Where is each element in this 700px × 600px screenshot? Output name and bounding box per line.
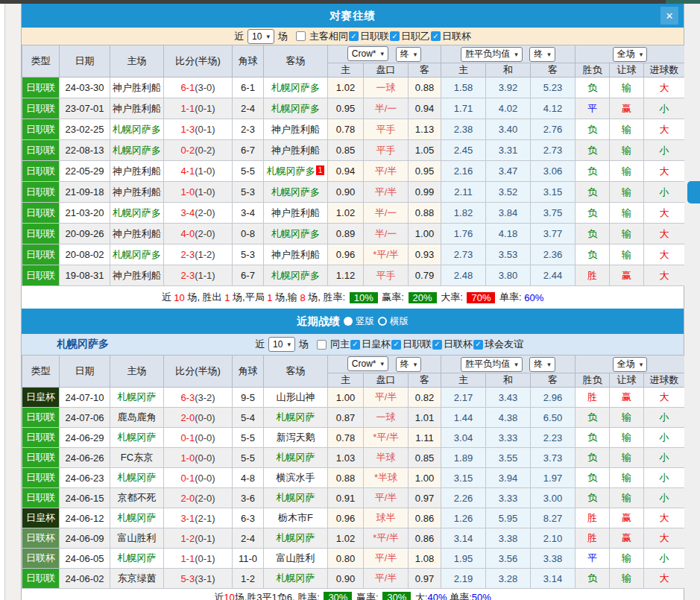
summary-segment: 60% bbox=[524, 292, 543, 303]
match-date: 24-06-05 bbox=[60, 549, 110, 569]
match-count-select[interactable]: 10 bbox=[247, 29, 274, 44]
result-goals: 小 bbox=[644, 549, 685, 569]
team-name[interactable]: 神户胜利船 bbox=[271, 249, 320, 260]
recent-match-count-value: 10 bbox=[273, 339, 283, 350]
team-name[interactable]: 札幌冈萨 bbox=[277, 452, 315, 463]
odds-source-select[interactable]: Crow* bbox=[347, 356, 388, 371]
left-gutter bbox=[0, 4, 21, 600]
result-goals: 大 bbox=[644, 569, 685, 589]
filter-checkbox[interactable]: 日联杯 bbox=[431, 30, 471, 43]
filter-checkbox[interactable]: 日职乙 bbox=[390, 30, 430, 43]
team-name[interactable]: 鹿岛鹿角 bbox=[118, 411, 157, 423]
team-name[interactable]: 札幌冈萨 bbox=[277, 572, 315, 584]
odds-stage-select[interactable]: 终 bbox=[396, 47, 422, 62]
competition-badge: 日职联 bbox=[22, 265, 60, 286]
competition-badge: 日联杯 bbox=[22, 528, 60, 549]
team-name[interactable]: 札幌冈萨 bbox=[277, 492, 315, 503]
radio-unselected-icon[interactable] bbox=[378, 317, 387, 326]
team-name[interactable]: 京都不死 bbox=[118, 492, 157, 503]
checkbox-icon[interactable] bbox=[296, 31, 306, 41]
avg-draw-odds: 3.40 bbox=[486, 119, 531, 140]
layout-radio-horizontal[interactable]: 横版 bbox=[378, 315, 409, 328]
avg-home-odds: 2.16 bbox=[441, 161, 486, 182]
score-cell: 3-1(2-1) bbox=[164, 508, 233, 528]
filter-checkbox[interactable]: 日职联 bbox=[391, 338, 432, 351]
team-name[interactable]: 富山胜利 bbox=[277, 552, 315, 563]
avg-stage-select[interactable]: 终 bbox=[529, 47, 555, 62]
avg-odds-controls: 胜平负均值 终 bbox=[441, 45, 576, 63]
scope-select[interactable]: 全场 bbox=[613, 357, 648, 372]
team-name[interactable]: 神户胜利船 bbox=[113, 103, 161, 114]
team-name[interactable]: 札幌冈萨 bbox=[277, 411, 315, 423]
match-row: 日职联22-05-29神户胜利船4-1(1-0)5-5札幌冈萨多10.94平/半… bbox=[22, 161, 685, 182]
handicap-line: 一球 bbox=[364, 78, 409, 98]
checkbox-icon[interactable] bbox=[431, 31, 441, 41]
team-name[interactable]: 札幌冈萨 bbox=[118, 472, 157, 483]
summary-segment: 50% bbox=[472, 592, 491, 600]
summary-segment: 赢率: bbox=[353, 591, 381, 600]
team-name[interactable]: 栃木市F bbox=[278, 512, 313, 523]
filter-checkbox[interactable]: 同主 bbox=[317, 338, 350, 351]
team-name[interactable]: 新泻天鹅 bbox=[277, 432, 315, 443]
team-name[interactable]: 札幌冈萨 bbox=[118, 391, 157, 402]
avg-stage-select[interactable]: 终 bbox=[529, 357, 555, 372]
filter-checkbox[interactable]: 主客相同 bbox=[296, 30, 348, 43]
filter-checkbox[interactable]: 日皇杯 bbox=[350, 338, 391, 351]
avg-source-select[interactable]: 胜平负均值 bbox=[461, 47, 523, 62]
team-name[interactable]: FC东京 bbox=[121, 452, 153, 463]
team-name[interactable]: 札幌冈萨 bbox=[277, 532, 315, 543]
scope-select[interactable]: 全场 bbox=[613, 47, 648, 62]
filter-checkbox[interactable]: 球会友谊 bbox=[473, 338, 523, 351]
team-name[interactable]: 富山胜利 bbox=[118, 532, 157, 543]
h2h-table: 类型 日期 主场 比分(半场) 角球 客场 Crow* 终 胜平负均值 终 bbox=[22, 45, 685, 286]
team-name[interactable]: 札幌冈萨多 bbox=[271, 103, 320, 114]
competition-badge: 日皇杯 bbox=[22, 508, 60, 528]
team-name[interactable]: 神户胜利船 bbox=[113, 270, 161, 281]
checkbox-icon[interactable] bbox=[349, 31, 359, 41]
team-name[interactable]: 札幌冈萨多 bbox=[271, 228, 320, 239]
checkbox-icon[interactable] bbox=[350, 340, 360, 350]
checkbox-icon[interactable] bbox=[391, 340, 401, 350]
close-button[interactable]: ✕ bbox=[660, 7, 678, 25]
match-date: 23-07-01 bbox=[60, 98, 110, 119]
avg-home-odds: 2.45 bbox=[441, 140, 486, 161]
avg-source-select[interactable]: 胜平负均值 bbox=[461, 357, 523, 372]
team-name[interactable]: 神户胜利船 bbox=[271, 207, 320, 218]
radio-selected-icon[interactable] bbox=[344, 317, 353, 326]
avg-away-odds: 2.96 bbox=[531, 388, 576, 408]
team-name[interactable]: 神户胜利船 bbox=[113, 82, 161, 93]
filter-checkbox[interactable]: 日联杯 bbox=[432, 338, 473, 351]
odds-stage-select[interactable]: 终 bbox=[396, 357, 422, 372]
team-name[interactable]: 札幌冈萨多 bbox=[113, 124, 161, 135]
team-name[interactable]: 横滨水手 bbox=[277, 472, 315, 483]
handicap-line: 半/一 bbox=[364, 203, 409, 224]
team-name[interactable]: 札幌冈萨多 bbox=[113, 249, 161, 260]
team-name[interactable]: 札幌冈萨多 bbox=[113, 145, 161, 156]
layout-radio-vertical[interactable]: 竖版 bbox=[344, 315, 374, 328]
side-panel-tab[interactable] bbox=[687, 181, 700, 203]
team-name[interactable]: 札幌冈萨多 bbox=[271, 82, 320, 93]
team-name[interactable]: 札幌冈萨 bbox=[118, 432, 157, 443]
team-name[interactable]: 山形山神 bbox=[277, 391, 315, 402]
team-name[interactable]: 神户胜利船 bbox=[271, 145, 320, 156]
checkbox-icon[interactable] bbox=[317, 340, 327, 350]
team-name[interactable]: 神户胜利船 bbox=[271, 124, 320, 135]
team-name[interactable]: 神户胜利船 bbox=[113, 228, 161, 239]
team-name[interactable]: 神户胜利船 bbox=[113, 165, 161, 177]
team-name[interactable]: 札幌冈萨多 bbox=[267, 165, 315, 177]
team-name[interactable]: 东京绿茵 bbox=[118, 572, 157, 584]
checkbox-icon[interactable] bbox=[390, 31, 400, 41]
odds-source-select[interactable]: Crow* bbox=[347, 46, 388, 61]
recent-match-count-select[interactable]: 10 bbox=[268, 337, 295, 352]
checkbox-icon[interactable] bbox=[473, 340, 483, 350]
team-name[interactable]: 札幌冈萨多 bbox=[113, 207, 161, 218]
checkbox-icon[interactable] bbox=[432, 340, 442, 350]
team-name[interactable]: 神户胜利船 bbox=[113, 186, 161, 198]
team-name[interactable]: 札幌冈萨 bbox=[118, 512, 157, 523]
team-name[interactable]: 札幌冈萨多 bbox=[271, 186, 320, 198]
result-goals: 小 bbox=[644, 182, 685, 203]
team-name[interactable]: 札幌冈萨 bbox=[118, 552, 157, 563]
filter-checkbox[interactable]: 日职联 bbox=[349, 30, 389, 43]
home-team-cell: 富山胜利 bbox=[110, 528, 164, 549]
team-name[interactable]: 札幌冈萨多 bbox=[271, 270, 320, 281]
